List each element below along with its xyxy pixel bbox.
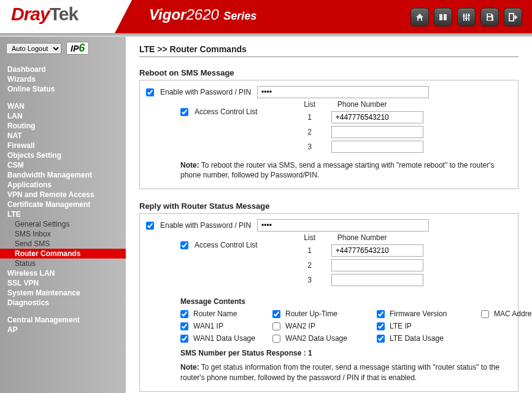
svg-rect-0 — [439, 14, 442, 20]
panel-status: Enable with Password / PIN Access Contro… — [139, 213, 519, 391]
nav-objects[interactable]: Objects Setting — [7, 150, 118, 160]
status-list-idx-1: 1 — [301, 246, 319, 255]
nav-wlan[interactable]: Wireless LAN — [7, 268, 118, 278]
svg-rect-8 — [488, 14, 491, 16]
svg-rect-7 — [468, 15, 470, 16]
status-acl-checkbox[interactable] — [180, 241, 188, 249]
nav-csm[interactable]: CSM — [7, 160, 118, 170]
msg-content-checkbox[interactable] — [272, 310, 280, 318]
msg-contents-title: Message Contents — [180, 297, 512, 306]
nav-lte-sms-inbox[interactable]: SMS Inbox — [7, 229, 118, 239]
product-suffix: Series — [223, 10, 256, 22]
msg-content-option[interactable]: Router Up-Time — [272, 309, 377, 318]
reboot-acl-checkbox[interactable] — [180, 108, 188, 116]
reboot-phone-3[interactable] — [331, 141, 423, 153]
nav-dashboard[interactable]: Dashboard — [7, 64, 118, 74]
msg-content-option[interactable]: WAN1 IP — [180, 322, 272, 330]
msg-content-option[interactable]: WAN2 Data Usage — [272, 334, 377, 343]
msg-content-label: Router Name — [193, 309, 237, 318]
dashboard-icon[interactable] — [434, 8, 452, 26]
brand-logo: DrayTek — [0, 0, 132, 33]
msg-content-option[interactable]: LTE IP — [377, 322, 481, 330]
home-icon[interactable] — [411, 8, 429, 26]
nav-sslvpn[interactable]: SSL VPN — [7, 278, 118, 288]
sliders-icon[interactable] — [457, 8, 476, 26]
nav-apps[interactable]: Applications — [7, 180, 118, 190]
auto-logout-select[interactable]: Auto Logout — [6, 43, 61, 54]
nav-online-status[interactable]: Online Status — [7, 84, 118, 94]
msg-content-checkbox[interactable] — [180, 335, 188, 343]
reboot-phone-1[interactable] — [331, 111, 423, 123]
reboot-phone-2[interactable] — [331, 126, 423, 138]
nav-firewall[interactable]: Firewall — [7, 141, 118, 150]
reboot-list-idx-2: 2 — [301, 128, 319, 136]
save-icon[interactable] — [480, 8, 499, 26]
status-list-idx-3: 3 — [301, 276, 319, 284]
nav-central-mgmt[interactable]: Central Management — [7, 315, 118, 325]
status-phone-2[interactable] — [331, 259, 423, 271]
nav-nat[interactable]: NAT — [7, 131, 118, 141]
msg-content-checkbox[interactable] — [180, 322, 188, 330]
msg-content-checkbox[interactable] — [377, 310, 385, 318]
reboot-acl-label: Access Control List — [195, 107, 258, 116]
breadcrumb: LTE >> Router Commands — [139, 44, 519, 57]
msg-content-label: Firmware Version — [390, 309, 447, 318]
nav-vpn[interactable]: VPN and Remote Access — [7, 190, 118, 200]
svg-rect-5 — [463, 15, 465, 17]
nav-lte-general[interactable]: General Settings — [7, 219, 118, 229]
list-header-phone-2: Phone Number — [337, 233, 430, 242]
svg-rect-3 — [466, 14, 467, 21]
content-pane: LTE >> Router Commands Reboot on SMS Mes… — [126, 37, 532, 393]
msg-content-option[interactable]: LTE Data Usage — [377, 334, 481, 343]
msg-content-label: LTE IP — [390, 322, 412, 330]
msg-content-option[interactable]: Router Name — [180, 309, 272, 318]
section-reboot-title: Reboot on SMS Message — [139, 68, 519, 77]
msg-content-checkbox[interactable] — [180, 310, 188, 318]
status-list-idx-2: 2 — [301, 261, 319, 270]
logout-icon[interactable] — [504, 8, 522, 26]
reboot-pin-input[interactable] — [257, 86, 429, 98]
nav-cert[interactable]: Certificate Management — [7, 200, 118, 209]
product-prefix: Vigor — [149, 6, 186, 23]
svg-rect-1 — [444, 14, 447, 20]
product-banner: Vigor2620 Series — [132, 0, 532, 33]
msg-content-option[interactable]: Firmware Version — [377, 309, 481, 318]
nav-wizards[interactable]: Wizards — [7, 74, 118, 84]
svg-rect-4 — [468, 14, 469, 21]
msg-contents: Message Contents Router NameRouter Up-Ti… — [180, 297, 512, 343]
nav-diag[interactable]: Diagnostics — [7, 298, 118, 308]
nav-wan[interactable]: WAN — [7, 101, 118, 111]
nav-lan[interactable]: LAN — [7, 111, 118, 121]
status-phone-3[interactable] — [331, 274, 423, 286]
msg-content-checkbox[interactable] — [272, 322, 280, 330]
nav-routing[interactable]: Routing — [7, 121, 118, 131]
msg-content-label: WAN2 Data Usage — [285, 334, 347, 343]
msg-content-checkbox[interactable] — [377, 322, 385, 330]
ipv6-badge[interactable]: IP6 — [66, 42, 89, 55]
msg-content-checkbox[interactable] — [272, 335, 280, 343]
app-header: DrayTek Vigor2620 Series — [0, 0, 532, 33]
status-enable-checkbox[interactable] — [146, 222, 154, 230]
reboot-note: Note: To reboot the router via SMS, send… — [180, 160, 512, 180]
svg-rect-6 — [465, 18, 468, 19]
status-pin-input[interactable] — [257, 219, 429, 232]
msg-content-label: WAN2 IP — [285, 322, 315, 330]
nav-ap[interactable]: AP — [7, 325, 118, 335]
nav-lte-status[interactable]: Status — [7, 259, 118, 268]
msg-content-label: WAN1 Data Usage — [193, 334, 255, 343]
nav-lte[interactable]: LTE — [7, 209, 118, 219]
reboot-enable-checkbox[interactable] — [146, 88, 154, 96]
nav-lte-router-cmds[interactable]: Router Commands — [0, 249, 126, 259]
msg-content-option[interactable]: WAN1 Data Usage — [180, 334, 272, 343]
status-phone-1[interactable] — [331, 244, 423, 257]
svg-rect-9 — [488, 17, 492, 20]
nav-lte-send-sms[interactable]: Send SMS — [7, 239, 118, 249]
msg-content-option[interactable]: MAC Address — [481, 309, 532, 318]
nav-sysmaint[interactable]: System Maintenance — [7, 288, 118, 298]
msg-content-option[interactable]: WAN2 IP — [272, 322, 377, 330]
msg-content-checkbox[interactable] — [377, 335, 385, 343]
msg-content-option — [481, 334, 532, 343]
status-acl-label: Access Control List — [195, 241, 258, 249]
nav-bw-mgmt[interactable]: Bandwidth Management — [7, 170, 118, 180]
msg-content-checkbox[interactable] — [481, 310, 489, 318]
